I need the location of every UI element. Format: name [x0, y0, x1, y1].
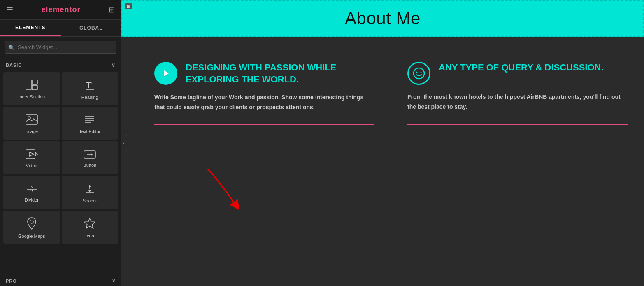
svg-point-25 [30, 220, 33, 223]
svg-marker-23 [88, 185, 91, 187]
widget-spacer[interactable]: Spacer [62, 176, 119, 209]
svg-marker-26 [84, 218, 95, 228]
image-icon [26, 114, 38, 127]
content-block-left: DESIGNING WITH PASSION WHILE EXPLORING T… [154, 62, 374, 125]
svg-marker-12 [35, 152, 37, 156]
content-section: DESIGNING WITH PASSION WHILE EXPLORING T… [121, 37, 644, 286]
section-handle: ⊞ [125, 3, 132, 9]
hamburger-icon[interactable]: ☰ [7, 5, 13, 14]
google-maps-icon [26, 217, 37, 231]
widget-icon-label: Icon [86, 233, 94, 238]
pro-section-header: PRO ∨ [0, 274, 121, 286]
widget-text-editor-label: Text Editor [79, 129, 100, 134]
sidebar: ☰ elementor ⊞ ELEMENTS GLOBAL 🔍 BASIC ∨ [0, 0, 121, 286]
basic-section-header: BASIC ∨ [0, 58, 121, 70]
svg-marker-27 [164, 70, 169, 76]
widget-image-label: Image [25, 129, 38, 134]
svg-marker-24 [88, 190, 91, 192]
text-editor-icon [84, 114, 95, 127]
button-icon [84, 150, 96, 160]
pro-section-label: PRO [6, 279, 17, 284]
tab-elements[interactable]: ELEMENTS [0, 20, 61, 36]
section-handle-icon: ⊞ [127, 4, 130, 9]
widget-spacer-label: Spacer [83, 198, 97, 203]
svg-point-29 [416, 72, 418, 73]
pink-line-right [407, 124, 628, 125]
svg-rect-5 [26, 115, 37, 124]
play-icon [154, 62, 177, 85]
widget-heading[interactable]: T Heading [62, 72, 119, 105]
svg-marker-18 [30, 186, 33, 188]
svg-rect-1 [32, 80, 37, 84]
widget-button[interactable]: Button [62, 141, 119, 174]
widget-divider-label: Divider [25, 197, 39, 202]
divider-icon [26, 184, 38, 195]
basic-section-label: BASIC [6, 63, 22, 68]
basic-section-chevron[interactable]: ∨ [112, 62, 116, 68]
sidebar-header: ☰ elementor ⊞ [0, 0, 121, 20]
pink-line-left [154, 124, 374, 125]
content-block-right: ANY TYPE OF QUERY & DISCUSSION. From the… [407, 62, 628, 125]
block-heading-right: ANY TYPE OF QUERY & DISCUSSION. [439, 62, 604, 74]
widget-inner-section-label: Inner Section [18, 94, 45, 99]
search-bar-container: 🔍 [0, 37, 121, 58]
collapse-sidebar-tab[interactable]: ‹ [121, 135, 127, 151]
widget-video[interactable]: Video [3, 141, 60, 174]
widget-icon[interactable]: Icon [62, 211, 119, 244]
widget-button-label: Button [83, 163, 96, 168]
svg-rect-2 [32, 85, 37, 90]
svg-marker-16 [91, 153, 93, 156]
widget-google-maps-label: Google Maps [18, 234, 45, 239]
sidebar-tabs: ELEMENTS GLOBAL [0, 20, 121, 37]
widget-heading-label: Heading [81, 95, 98, 100]
block-body-right: From the most known hotels to the hippes… [407, 92, 628, 112]
svg-text:T: T [86, 80, 92, 90]
block-body-left: Write Some tagline of your Work and pass… [154, 93, 374, 113]
block-top-right: ANY TYPE OF QUERY & DISCUSSION. [407, 62, 628, 85]
search-icon: 🔍 [8, 44, 15, 50]
block-top-left: DESIGNING WITH PASSION WHILE EXPLORING T… [154, 62, 374, 85]
inner-section-icon [26, 80, 38, 92]
grid-icon[interactable]: ⊞ [109, 5, 115, 14]
main-canvas: ⊞ About Me DESIGNING WITH PASSION WHILE … [121, 0, 644, 286]
about-me-title: About Me [122, 9, 643, 28]
widget-divider[interactable]: Divider [3, 176, 60, 209]
svg-point-30 [421, 72, 422, 73]
about-me-section[interactable]: ⊞ About Me [121, 0, 644, 37]
elementor-logo: elementor [41, 5, 80, 14]
smiley-icon [407, 62, 430, 85]
block-heading-left: DESIGNING WITH PASSION WHILE EXPLORING T… [186, 62, 374, 85]
widget-google-maps[interactable]: Google Maps [3, 211, 60, 244]
svg-marker-19 [30, 190, 33, 192]
svg-point-28 [414, 68, 424, 79]
icon-icon [84, 218, 95, 231]
svg-rect-0 [26, 80, 31, 90]
svg-marker-13 [29, 152, 34, 156]
pro-section-chevron[interactable]: ∨ [112, 278, 116, 284]
widget-video-label: Video [26, 163, 37, 168]
widget-inner-section[interactable]: Inner Section [3, 72, 60, 105]
spacer-icon [84, 183, 96, 196]
search-input[interactable] [5, 41, 116, 54]
widgets-grid: Inner Section T Heading [0, 70, 121, 245]
widget-text-editor[interactable]: Text Editor [62, 107, 119, 140]
tab-global[interactable]: GLOBAL [61, 20, 122, 36]
heading-icon: T [84, 79, 95, 92]
widget-image[interactable]: Image [3, 107, 60, 140]
video-icon [26, 149, 38, 161]
